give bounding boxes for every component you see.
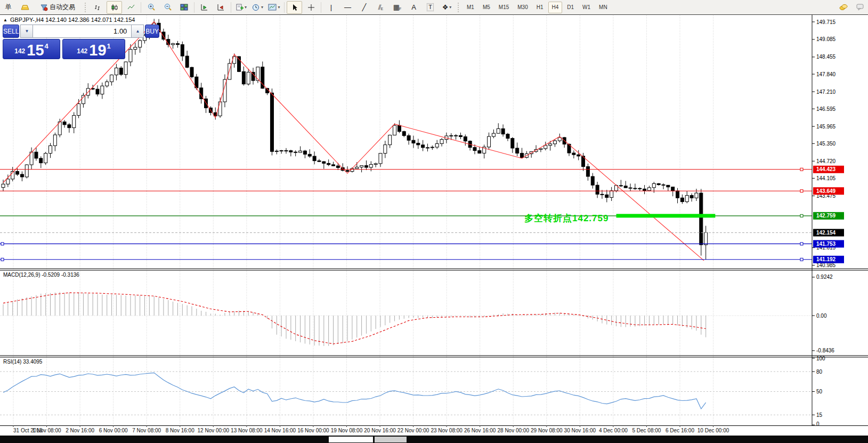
text-tool-button[interactable]: A [406, 1, 421, 14]
label-tool-button[interactable]: T [423, 1, 438, 14]
candle-body [119, 68, 123, 74]
vertical-line-button[interactable]: | [323, 1, 339, 14]
auto-scroll-button[interactable] [197, 1, 212, 14]
candle-body [20, 174, 23, 177]
candle-body [488, 136, 491, 147]
price-axis-label: 145.350 [816, 141, 836, 147]
candle-body [657, 183, 660, 184]
timeframe-button-h1[interactable]: H1 [533, 2, 547, 13]
autotrading-label: 自动交易 [50, 3, 75, 12]
candle-body [110, 75, 113, 82]
candle-body [662, 185, 665, 186]
volume-decrease-button[interactable]: ▼ [20, 25, 33, 38]
time-axis-label: 13 Nov 08:00 [231, 428, 263, 433]
equidistant-channel-button[interactable]: ⫽ E [373, 1, 388, 14]
timeframe-button-d1[interactable]: D1 [563, 2, 578, 13]
time-axis-label: 5 Dec 08:00 [632, 428, 661, 433]
timeframe-button-mn[interactable]: MN [595, 2, 611, 13]
sell-button[interactable]: SELL [3, 25, 19, 38]
timeframe-button-m5[interactable]: M5 [479, 2, 494, 13]
pivot-annotation-text[interactable]: 多空转折点142.759 [524, 212, 609, 224]
level-handle[interactable] [800, 190, 803, 192]
price-axis-label: 149.085 [816, 36, 836, 42]
timeframe-button-w1[interactable]: W1 [579, 2, 594, 13]
buy-price-button[interactable]: 142 19 1 [62, 39, 125, 59]
autotrading-button[interactable]: 自动交易 [34, 1, 82, 14]
gold-ingot-icon[interactable] [17, 1, 33, 14]
toolbar-drag-handle[interactable] [458, 3, 461, 12]
candle-body [577, 155, 580, 156]
deposit-button[interactable] [835, 1, 851, 14]
level-handle[interactable] [1, 243, 4, 245]
chart-canvas[interactable]: 149.715149.085148.455147.840147.210146.5… [0, 0, 868, 443]
level-handle[interactable] [1, 258, 4, 261]
price-axis-label: 144.105 [816, 175, 836, 181]
fibonacci-button[interactable]: ▦ F [390, 1, 405, 14]
candlestick-chart-button[interactable] [107, 1, 122, 14]
candle-body [96, 89, 99, 94]
crosshair-button[interactable] [303, 1, 319, 14]
chart-shift-button[interactable] [213, 1, 229, 14]
arrows-tool-button[interactable]: ❖ ▾ [439, 1, 455, 14]
bar-chart-button[interactable] [90, 1, 106, 14]
candle-body [473, 148, 476, 151]
candle-body [218, 102, 222, 116]
new-order-partial-label: 单 [5, 3, 12, 12]
zoom-out-button[interactable] [160, 1, 175, 14]
level-badge-label: 142.759 [816, 213, 836, 219]
tile-windows-button[interactable] [176, 1, 192, 14]
candle-body [455, 135, 458, 136]
candle-body [275, 151, 278, 151]
time-axis-label: 6 Dec 16:00 [666, 428, 694, 433]
macd-indicator-label: MACD(12,26,9) -0.5209 -0.3136 [3, 272, 79, 278]
templates-button[interactable]: ▾ [266, 1, 282, 14]
candle-body [553, 141, 556, 144]
time-axis-label: 8 Nov 16:00 [166, 428, 194, 433]
candle-body [172, 44, 175, 45]
chart-background [0, 15, 868, 443]
candle-body [25, 165, 28, 177]
level-handle[interactable] [800, 168, 803, 171]
level-handle[interactable] [800, 258, 803, 261]
indicators-button[interactable]: ▾ [233, 1, 249, 14]
fibonacci-letter: F [399, 7, 401, 11]
taskbar-segment [375, 437, 407, 442]
candle-body [605, 195, 609, 197]
cursor-icon [291, 4, 298, 11]
pivot-thick-segment[interactable] [616, 214, 716, 218]
horizontal-line-button[interactable]: — [340, 1, 355, 14]
current-price-badge-label: 142.154 [816, 230, 836, 236]
candle-body [303, 151, 306, 154]
buy-price-big: 19 [89, 43, 106, 58]
candle-body [106, 82, 109, 86]
buy-button[interactable]: BUY [145, 25, 159, 38]
bottom-window-edge [0, 436, 868, 443]
new-order-button[interactable]: 单 [1, 1, 16, 14]
toolbar-drag-handle[interactable] [85, 3, 88, 12]
periods-button[interactable]: ▾ [250, 1, 265, 14]
line-chart-button[interactable] [123, 1, 139, 14]
candle-body [318, 161, 321, 162]
trendline-button[interactable]: ╱ [356, 1, 372, 14]
rsi-axis-label: 15 [816, 412, 823, 418]
clock-icon [252, 4, 260, 11]
volume-increase-button[interactable]: ▲ [131, 25, 144, 38]
level-handle[interactable] [800, 243, 803, 245]
help-button[interactable] [852, 1, 867, 14]
collapse-panel-icon[interactable]: ▲ [3, 18, 7, 22]
timeframe-button-m30[interactable]: M30 [514, 2, 531, 13]
candle-body [521, 153, 524, 157]
candle-body [421, 145, 425, 148]
timeframe-button-m1[interactable]: M1 [463, 2, 478, 13]
candle-body [44, 154, 47, 163]
timeframe-button-h4[interactable]: H4 [548, 2, 563, 13]
zoom-in-button[interactable] [143, 1, 159, 14]
level-handle[interactable] [800, 214, 803, 217]
cursor-button[interactable] [287, 1, 302, 14]
timeframe-button-m15[interactable]: M15 [495, 2, 513, 13]
candle-body [299, 151, 302, 152]
volume-input[interactable] [33, 25, 131, 38]
candle-body [647, 188, 651, 191]
sell-price-button[interactable]: 142 15 4 [3, 39, 60, 59]
toolbar-separator [231, 2, 231, 13]
